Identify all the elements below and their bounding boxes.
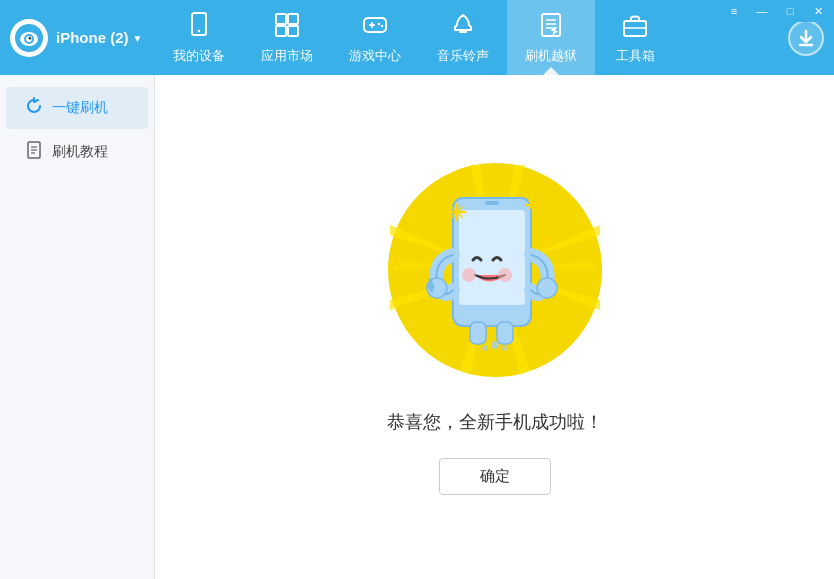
nav-item-my-device[interactable]: 我的设备 xyxy=(155,0,243,75)
confirm-button[interactable]: 确定 xyxy=(439,458,551,495)
toolbox-icon xyxy=(621,11,649,43)
nav-item-ringtone[interactable]: 音乐铃声 xyxy=(419,0,507,75)
svg-point-66 xyxy=(502,345,508,351)
svg-point-16 xyxy=(381,24,383,26)
content-panel: 恭喜您，全新手机成功啦！ 确定 xyxy=(155,75,834,579)
dropdown-arrow-icon: ▼ xyxy=(133,33,143,44)
svg-point-47 xyxy=(462,268,476,282)
nav-label-flash: 刷机越狱 xyxy=(525,47,577,65)
svg-rect-46 xyxy=(485,201,499,205)
top-nav-bar: iPhone (2) ▼ 我的设备 应用市场 游戏中心 xyxy=(0,0,834,75)
sidebar-item-flash-tutorial[interactable]: 刷机教程 xyxy=(6,131,148,173)
menu-button[interactable]: ≡ xyxy=(720,0,748,22)
document-icon xyxy=(24,141,44,163)
nav-label-my-device: 我的设备 xyxy=(173,47,225,65)
svg-point-15 xyxy=(378,22,380,24)
device-label[interactable]: iPhone (2) ▼ xyxy=(56,29,142,46)
sidebar-item-one-click-flash[interactable]: 一键刷机 xyxy=(6,87,148,129)
sidebar-label-flash-tutorial: 刷机教程 xyxy=(52,143,108,161)
main-content: 一键刷机 刷机教程 xyxy=(0,75,834,579)
svg-rect-20 xyxy=(542,14,560,36)
svg-rect-53 xyxy=(470,322,486,344)
device-name-text: iPhone (2) xyxy=(56,29,129,46)
mascot-svg xyxy=(385,160,605,380)
svg-rect-10 xyxy=(276,26,286,36)
svg-rect-54 xyxy=(497,322,513,344)
nav-item-toolbox[interactable]: 工具箱 xyxy=(595,0,675,75)
refresh-icon xyxy=(24,97,44,119)
app-logo xyxy=(10,19,48,57)
nav-item-flash[interactable]: 刷机越狱 xyxy=(507,0,595,75)
download-icon xyxy=(796,28,816,48)
nav-label-ringtone: 音乐铃声 xyxy=(437,47,489,65)
sidebar-label-one-click-flash: 一键刷机 xyxy=(52,99,108,117)
svg-rect-45 xyxy=(459,210,525,305)
game-center-icon xyxy=(361,11,389,43)
svg-rect-9 xyxy=(288,14,298,24)
download-button[interactable] xyxy=(788,20,824,56)
nav-label-toolbox: 工具箱 xyxy=(616,47,655,65)
nav-items-container: 我的设备 应用市场 游戏中心 音乐铃声 刷机越狱 xyxy=(155,0,788,75)
svg-point-67 xyxy=(482,345,488,351)
window-controls: ≡ — □ ✕ xyxy=(720,0,834,22)
flash-icon xyxy=(537,11,565,43)
close-button[interactable]: ✕ xyxy=(804,0,832,22)
logo-svg xyxy=(13,22,45,54)
svg-rect-11 xyxy=(288,26,298,36)
success-message: 恭喜您，全新手机成功啦！ xyxy=(387,410,603,434)
nav-item-app-market[interactable]: 应用市场 xyxy=(243,0,331,75)
svg-point-5 xyxy=(30,36,32,38)
svg-rect-8 xyxy=(276,14,286,24)
app-market-icon xyxy=(273,11,301,43)
nav-label-app-market: 应用市场 xyxy=(261,47,313,65)
svg-point-65 xyxy=(491,341,499,349)
nav-label-game-center: 游戏中心 xyxy=(349,47,401,65)
maximize-button[interactable]: □ xyxy=(776,0,804,22)
svg-point-48 xyxy=(498,268,512,282)
my-device-icon xyxy=(185,11,213,43)
logo-section: iPhone (2) ▼ xyxy=(0,0,155,75)
mascot-illustration xyxy=(385,160,605,380)
svg-point-52 xyxy=(537,278,557,298)
sidebar: 一键刷机 刷机教程 xyxy=(0,75,155,579)
ringtone-icon xyxy=(449,11,477,43)
nav-item-game-center[interactable]: 游戏中心 xyxy=(331,0,419,75)
minimize-button[interactable]: — xyxy=(748,0,776,22)
